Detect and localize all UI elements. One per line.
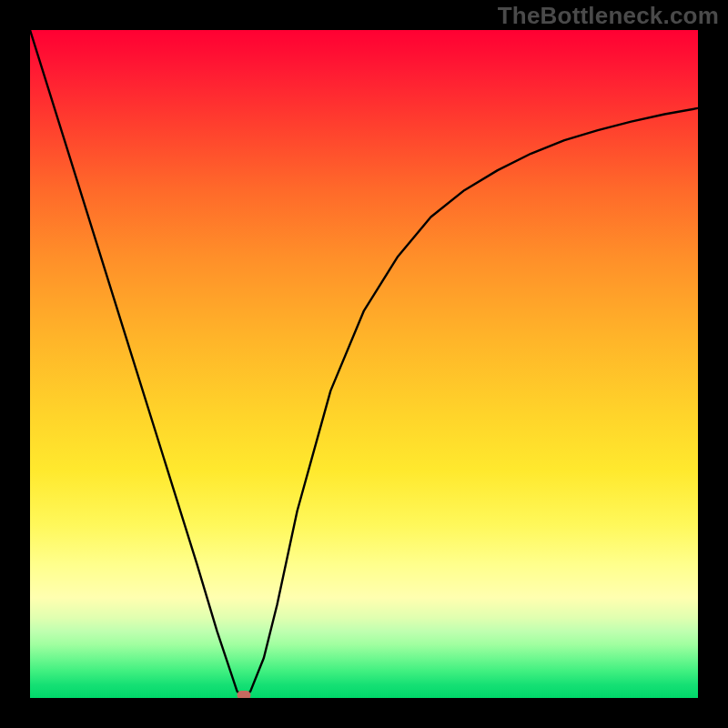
plot-area bbox=[30, 30, 698, 698]
bottleneck-curve bbox=[30, 30, 698, 698]
chart-frame: TheBottleneck.com bbox=[0, 0, 728, 728]
watermark-text: TheBottleneck.com bbox=[498, 2, 719, 30]
minimum-marker bbox=[237, 691, 250, 698]
